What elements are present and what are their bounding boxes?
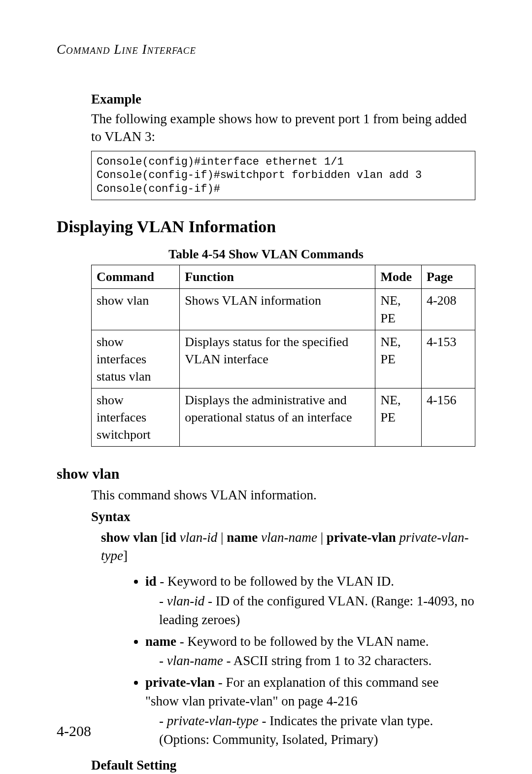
- syntax-token: vlan-id: [180, 530, 217, 545]
- sub-bullets: private-vlan-type - Indicates the privat…: [159, 712, 475, 749]
- td-command: show vlan: [92, 289, 180, 330]
- page-number: 4-208: [57, 723, 91, 739]
- syntax-token: show vlan: [101, 530, 158, 545]
- td-function: Shows VLAN information: [180, 289, 375, 330]
- td-mode: NE, PE: [375, 330, 421, 388]
- td-page: 4-153: [421, 330, 475, 388]
- td-mode: NE, PE: [375, 388, 421, 446]
- kw: vlan-name: [167, 653, 223, 668]
- show-vlan-body: This command shows VLAN information. Syn…: [91, 486, 475, 774]
- td-function: Displays status for the specified VLAN i…: [180, 330, 375, 388]
- table-row: show vlan Shows VLAN information NE, PE …: [92, 289, 475, 330]
- page-body: Command Line Interface Example The follo…: [0, 0, 532, 774]
- td-function: Displays the administrative and operatio…: [180, 388, 375, 446]
- syntax-token: ]: [123, 548, 128, 563]
- txt: - Keyword to be followed by the VLAN nam…: [176, 634, 429, 649]
- syntax-token: |: [317, 530, 327, 545]
- syntax-token: private-vlan: [327, 530, 396, 545]
- th-command: Command: [92, 265, 180, 289]
- bullet-id: id - Keyword to be followed by the VLAN …: [145, 572, 475, 629]
- example-code-block: Console(config)#interface ethernet 1/1 C…: [91, 151, 475, 201]
- bullet-name: name - Keyword to be followed by the VLA…: [145, 633, 475, 671]
- syntax-token: id: [166, 530, 177, 545]
- bullet-vlan-id: vlan-id - ID of the configured VLAN. (Ra…: [159, 592, 475, 630]
- section-title: Displaying VLAN Information: [57, 217, 475, 236]
- syntax-token: [176, 530, 180, 545]
- show-vlan-heading: show vlan: [57, 465, 475, 482]
- syntax-token: |: [217, 530, 227, 545]
- th-mode: Mode: [375, 265, 421, 289]
- table-header-row: Command Function Mode Page: [92, 265, 475, 289]
- th-page: Page: [421, 265, 475, 289]
- bullet-private-vlan-type: private-vlan-type - Indicates the privat…: [159, 712, 475, 749]
- syntax-token: vlan-name: [261, 530, 317, 545]
- syntax-token: name: [227, 530, 258, 545]
- table-caption: Table 4-54 Show VLAN Commands: [57, 247, 475, 262]
- kw: name: [145, 634, 176, 649]
- td-command: show interfaces status vlan: [92, 330, 180, 388]
- syntax-token: [: [158, 530, 166, 545]
- kw: id: [145, 574, 157, 589]
- sub-bullets: vlan-name - ASCII string from 1 to 32 ch…: [159, 652, 475, 670]
- kw: private-vlan: [145, 675, 215, 690]
- bullet-private-vlan: private-vlan - For an explanation of thi…: [145, 673, 475, 749]
- td-page: 4-208: [421, 289, 475, 330]
- table-row: show interfaces switchport Displays the …: [92, 388, 475, 446]
- sub-bullets: vlan-id - ID of the configured VLAN. (Ra…: [159, 592, 475, 630]
- txt: - ASCII string from 1 to 32 characters.: [223, 653, 432, 668]
- running-head: Command Line Interface: [57, 42, 475, 57]
- syntax-bullets: id - Keyword to be followed by the VLAN …: [145, 572, 475, 749]
- syntax-heading: Syntax: [91, 509, 475, 525]
- table-row: show interfaces status vlan Displays sta…: [92, 330, 475, 388]
- txt: - ID of the configured VLAN. (Range: 1-4…: [159, 594, 474, 627]
- default-setting-heading: Default Setting: [91, 758, 475, 773]
- kw: vlan-id: [167, 594, 204, 608]
- kw: private-vlan-type: [167, 713, 259, 728]
- syntax-token: [396, 530, 399, 545]
- show-vlan-desc: This command shows VLAN information.: [91, 486, 475, 504]
- example-section: Example The following example shows how …: [91, 92, 475, 200]
- syntax-token: [258, 530, 261, 545]
- txt: - Keyword to be followed by the VLAN ID.: [157, 574, 394, 589]
- example-heading: Example: [91, 92, 475, 107]
- bullet-vlan-name: vlan-name - ASCII string from 1 to 32 ch…: [159, 652, 475, 670]
- vlan-commands-table: Command Function Mode Page show vlan Sho…: [91, 265, 475, 447]
- td-command: show interfaces switchport: [92, 388, 180, 446]
- example-intro: The following example shows how to preve…: [91, 110, 475, 146]
- th-function: Function: [180, 265, 375, 289]
- td-mode: NE, PE: [375, 289, 421, 330]
- syntax-line: show vlan [id vlan-id | name vlan-name |…: [101, 528, 475, 566]
- td-page: 4-156: [421, 388, 475, 446]
